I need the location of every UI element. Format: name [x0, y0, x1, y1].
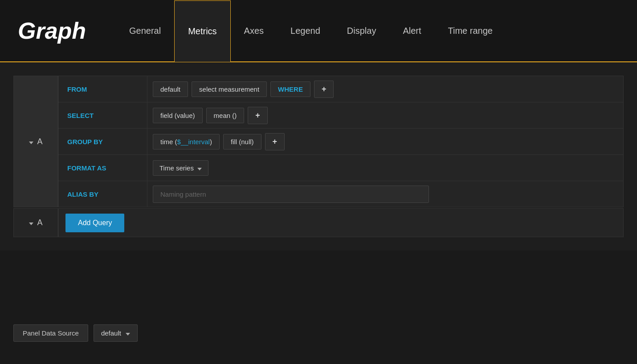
panel-data-source-label: Panel Data Source [13, 324, 88, 342]
format-as-value: Time series [159, 164, 194, 172]
datasource-chevron-icon [126, 329, 130, 337]
group-by-label: GROUP BY [58, 129, 147, 154]
datasource-value: default [101, 329, 121, 337]
interval-text: $__interval [177, 138, 210, 146]
select-row: SELECT field (value) mean () + [58, 102, 623, 129]
query-label-a: A [37, 137, 42, 146]
tab-metrics[interactable]: Metrics [174, 0, 230, 62]
tab-display[interactable]: Display [334, 0, 390, 61]
datasource-select[interactable]: default [94, 324, 138, 342]
add-query-button[interactable]: Add Query [65, 214, 124, 232]
from-default-pill[interactable]: default [153, 81, 188, 97]
alias-by-row: ALIAS BY [58, 181, 623, 207]
from-row: FROM default select measurement WHERE + [58, 76, 623, 102]
format-as-chevron-icon [197, 164, 202, 172]
group-by-content: time ($__interval) fill (null) + [147, 129, 623, 154]
chevron-down-icon [29, 137, 33, 146]
alias-by-input[interactable] [153, 186, 429, 203]
select-content: field (value) mean () + [147, 103, 623, 128]
content-area: A FROM default select measurement WHERE … [0, 62, 637, 251]
query-rows: FROM default select measurement WHERE + … [58, 76, 623, 207]
header: Graph General Metrics Axes Legend Displa… [0, 0, 637, 62]
group-by-row: GROUP BY time ($__interval) fill (null) … [58, 129, 623, 155]
add-query-letter: A [14, 209, 58, 237]
tab-axes[interactable]: Axes [231, 0, 277, 61]
format-as-select[interactable]: Time series [153, 160, 208, 176]
add-query-chevron-icon [29, 218, 33, 227]
tab-general[interactable]: General [116, 0, 174, 61]
from-measurement-pill[interactable]: select measurement [192, 81, 267, 97]
footer: Panel Data Source default [0, 315, 151, 351]
tab-bar: General Metrics Axes Legend Display Aler… [116, 0, 506, 61]
select-label: SELECT [58, 102, 147, 128]
alias-by-label: ALIAS BY [58, 181, 147, 207]
where-pill[interactable]: WHERE [270, 81, 310, 97]
alias-by-content [147, 182, 623, 206]
query-header: A FROM default select measurement WHERE … [14, 76, 623, 207]
format-as-row: FORMAT AS Time series [58, 155, 623, 181]
tab-legend[interactable]: Legend [277, 0, 334, 61]
time-pill[interactable]: time ($__interval) [153, 134, 220, 150]
add-query-row: A Add Query [13, 208, 624, 237]
query-block-a: A FROM default select measurement WHERE … [13, 76, 624, 207]
tab-alert[interactable]: Alert [389, 0, 434, 61]
tab-time-range[interactable]: Time range [435, 0, 506, 61]
group-by-add-button[interactable]: + [265, 133, 285, 150]
query-letter-a[interactable]: A [14, 76, 58, 207]
format-as-label: FORMAT AS [58, 155, 147, 181]
format-as-content: Time series [147, 157, 623, 179]
select-add-button[interactable]: + [248, 107, 268, 124]
from-label: FROM [58, 76, 147, 102]
from-content: default select measurement WHERE + [147, 77, 623, 101]
fill-pill[interactable]: fill (null) [223, 134, 261, 150]
page-title: Graph [9, 17, 116, 44]
mean-pill[interactable]: mean () [206, 108, 245, 123]
add-query-letter-label: A [37, 218, 42, 227]
field-pill[interactable]: field (value) [153, 108, 203, 123]
from-add-button[interactable]: + [314, 81, 334, 98]
